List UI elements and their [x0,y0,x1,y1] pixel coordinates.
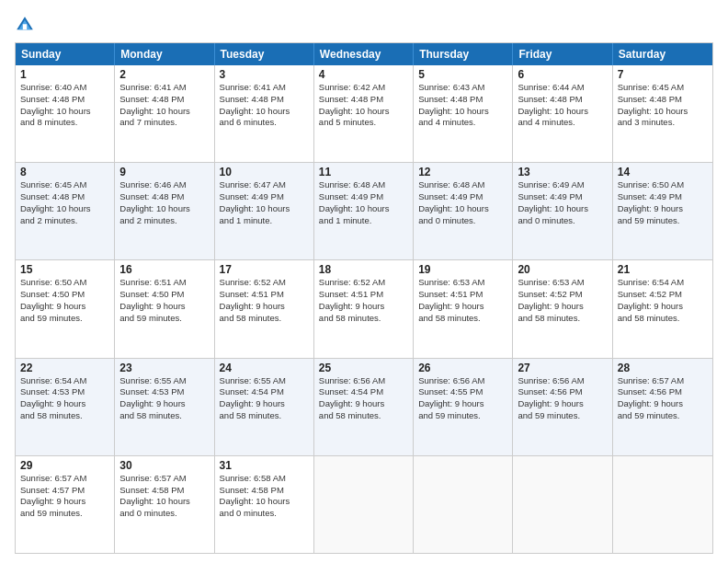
cell-line: Sunset: 4:48 PM [418,94,507,106]
cell-line: Daylight: 9 hours [319,398,408,410]
day-number: 7 [618,68,708,81]
day-number: 13 [518,166,607,178]
day-number: 16 [119,263,209,276]
calendar: SundayMondayTuesdayWednesdayThursdayFrid… [15,42,713,554]
cell-line: Sunset: 4:50 PM [20,289,109,301]
cell-line: Sunset: 4:57 PM [20,485,109,497]
cell-line: Sunrise: 6:57 AM [119,473,209,485]
cell-line: Daylight: 10 hours [20,106,109,118]
cell-line: and 59 minutes. [20,313,109,325]
cell-line: and 59 minutes. [418,410,507,422]
cell-line: and 3 minutes. [618,117,708,129]
calendar-row: 15Sunrise: 6:50 AMSunset: 4:50 PMDayligh… [16,259,712,357]
calendar-cell: 26Sunrise: 6:56 AMSunset: 4:55 PMDayligh… [414,359,513,455]
calendar-cell: 25Sunrise: 6:56 AMSunset: 4:54 PMDayligh… [314,359,414,455]
cell-line: Sunset: 4:52 PM [518,289,607,301]
cell-line: and 58 minutes. [20,410,109,422]
cell-line: Sunrise: 6:57 AM [20,473,109,485]
cell-line: Daylight: 9 hours [518,301,607,313]
cell-line: Sunrise: 6:57 AM [618,375,708,387]
day-number: 21 [618,263,708,276]
day-number: 14 [618,166,708,178]
cell-line: Sunrise: 6:56 AM [319,375,408,387]
cell-line: Sunrise: 6:45 AM [618,82,708,94]
cell-line: Daylight: 9 hours [220,398,309,410]
day-number: 23 [119,362,209,374]
calendar-header-cell: Sunday [16,43,115,65]
calendar-row: 1Sunrise: 6:40 AMSunset: 4:48 PMDaylight… [16,65,712,162]
calendar-row: 8Sunrise: 6:45 AMSunset: 4:48 PMDaylight… [16,162,712,259]
day-number: 27 [518,362,607,374]
cell-line: Sunset: 4:58 PM [220,485,309,497]
calendar-header-cell: Wednesday [314,43,414,65]
day-number: 20 [518,263,607,276]
cell-line: Sunset: 4:48 PM [119,94,209,106]
cell-line: and 58 minutes. [319,313,408,325]
day-number: 24 [220,362,309,374]
cell-line: Daylight: 10 hours [220,496,309,508]
calendar-cell: 28Sunrise: 6:57 AMSunset: 4:56 PMDayligh… [613,359,712,455]
cell-line: and 58 minutes. [319,410,408,422]
cell-line: and 59 minutes. [618,410,708,422]
cell-line: Sunset: 4:49 PM [418,191,507,203]
cell-line: Daylight: 10 hours [20,203,109,215]
day-number: 28 [618,362,708,374]
cell-line: Sunrise: 6:58 AM [220,473,309,485]
cell-line: Sunrise: 6:52 AM [220,277,309,289]
cell-line: Sunset: 4:49 PM [618,191,708,203]
day-number: 11 [319,166,408,178]
cell-line: Daylight: 10 hours [319,106,408,118]
day-number: 19 [418,263,507,276]
cell-line: and 4 minutes. [518,117,607,129]
calendar-cell: 7Sunrise: 6:45 AMSunset: 4:48 PMDaylight… [613,65,712,162]
cell-line: Sunrise: 6:54 AM [20,375,109,387]
cell-line: Daylight: 9 hours [319,301,408,313]
calendar-cell [513,456,612,553]
cell-line: Daylight: 9 hours [618,301,708,313]
cell-line: and 58 minutes. [220,410,309,422]
cell-line: and 2 minutes. [119,215,209,227]
cell-line: and 8 minutes. [20,117,109,129]
cell-line: Sunset: 4:49 PM [518,191,607,203]
header [15,15,713,35]
calendar-header-cell: Saturday [613,43,712,65]
cell-line: Sunrise: 6:40 AM [20,82,109,94]
cell-line: and 1 minute. [220,215,309,227]
cell-line: Sunrise: 6:48 AM [418,179,507,191]
calendar-cell: 6Sunrise: 6:44 AMSunset: 4:48 PMDaylight… [513,65,612,162]
calendar-cell: 29Sunrise: 6:57 AMSunset: 4:57 PMDayligh… [16,456,115,553]
cell-line: Daylight: 10 hours [418,106,507,118]
day-number: 9 [119,166,209,178]
cell-line: and 58 minutes. [618,313,708,325]
cell-line: Sunrise: 6:52 AM [319,277,408,289]
cell-line: Daylight: 9 hours [618,398,708,410]
cell-line: Sunset: 4:54 PM [319,386,408,398]
calendar-cell: 22Sunrise: 6:54 AMSunset: 4:53 PMDayligh… [16,359,115,455]
calendar-cell: 21Sunrise: 6:54 AMSunset: 4:52 PMDayligh… [613,260,712,357]
cell-line: and 0 minutes. [220,508,309,520]
cell-line: Sunset: 4:48 PM [518,94,607,106]
cell-line: and 0 minutes. [418,215,507,227]
cell-line: Sunset: 4:52 PM [618,289,708,301]
calendar-cell: 10Sunrise: 6:47 AMSunset: 4:49 PMDayligh… [215,163,314,259]
day-number: 26 [418,362,507,374]
calendar-header-cell: Friday [513,43,612,65]
day-number: 12 [418,166,507,178]
calendar-cell [314,456,414,553]
cell-line: Daylight: 9 hours [518,398,607,410]
calendar-header-cell: Thursday [414,43,513,65]
calendar-cell: 5Sunrise: 6:43 AMSunset: 4:48 PMDaylight… [414,65,513,162]
cell-line: Daylight: 9 hours [220,301,309,313]
cell-line: Sunset: 4:53 PM [119,386,209,398]
cell-line: Sunset: 4:48 PM [20,191,109,203]
cell-line: Daylight: 9 hours [418,398,507,410]
cell-line: Sunset: 4:48 PM [119,191,209,203]
cell-line: Sunset: 4:56 PM [618,386,708,398]
cell-line: and 7 minutes. [119,117,209,129]
cell-line: Daylight: 10 hours [418,203,507,215]
cell-line: Daylight: 9 hours [618,203,708,215]
cell-line: and 59 minutes. [119,313,209,325]
day-number: 17 [220,263,309,276]
cell-line: Daylight: 9 hours [119,301,209,313]
day-number: 1 [20,68,109,81]
